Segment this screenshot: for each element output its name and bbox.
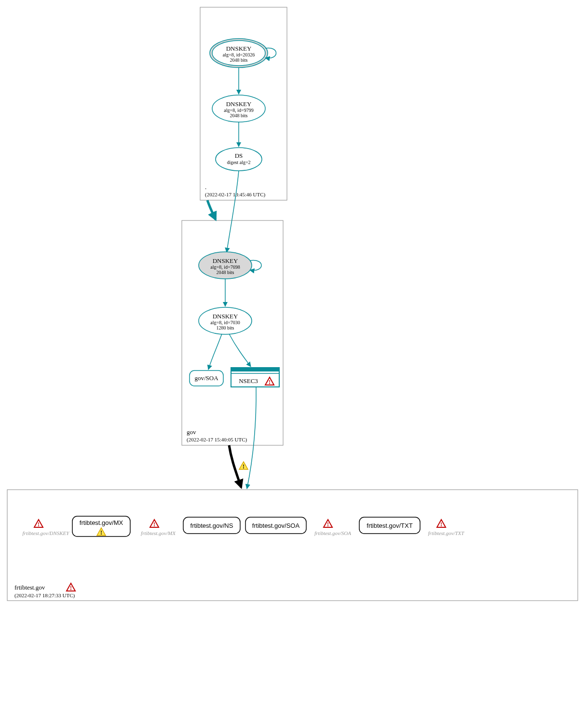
svg-text:1280 bits: 1280 bits [217,325,234,330]
svg-text:DNSKEY: DNSKEY [213,257,238,264]
svg-text:DNSKEY: DNSKEY [226,100,252,108]
svg-text:frtibtest.gov/SOA: frtibtest.gov/SOA [252,522,300,529]
svg-text:gov/SOA: gov/SOA [194,374,218,382]
record-dnskey-error: frtibtest.gov/DNSKEY [23,520,70,536]
node-root-ds: DS digest alg=2 [216,148,262,171]
zone-gov-date: (2022-02-17 15:40:05 UTC) [187,437,247,443]
error-icon [34,520,43,528]
svg-text:digest alg=2: digest alg=2 [227,160,250,165]
svg-text:2048 bits: 2048 bits [230,113,248,118]
svg-text:alg=8, id=7698: alg=8, id=7698 [210,264,240,270]
svg-text:frtibtest.gov/NS: frtibtest.gov/NS [190,522,233,529]
svg-text:alg=8, id=20326: alg=8, id=20326 [223,52,255,57]
edge-root-to-gov-deleg [207,200,216,220]
error-icon [324,520,332,528]
zone-root-name: . [205,183,206,191]
node-gov-soa: gov/SOA [190,371,223,386]
edge-ds-to-gov-ksk [227,171,239,252]
edge-gov-zsk-nsec3 [229,334,251,367]
edge-gov-to-frtibtest-deleg [229,445,241,487]
zone-frtibtest-date: (2022-02-17 18:27:33 UTC) [14,592,75,599]
svg-text:2048 bits: 2048 bits [217,270,234,275]
node-root-ksk: DNSKEY alg=8, id=20326 2048 bits [210,39,268,68]
svg-text:DNSKEY: DNSKEY [213,313,238,320]
zone-gov-name: gov [187,428,196,436]
record-txt: frtibtest.gov/TXT [359,517,420,534]
zone-frtibtest-name: frtibtest.gov [14,584,45,591]
record-txt-error: frtibtest.gov/TXT [428,520,465,536]
error-icon [150,520,159,528]
dnssec-diagram: ! ! . (2022-02-17 13:45:46 UTC) DNSKEY a… [5,5,580,723]
node-gov-nsec3: NSEC3 [231,368,279,387]
svg-text:frtibtest.gov/DNSKEY: frtibtest.gov/DNSKEY [23,530,70,536]
svg-text:frtibtest.gov/MX: frtibtest.gov/MX [141,530,176,536]
edge-nsec3-to-frtibtest [247,387,256,489]
svg-text:alg=8, id=7030: alg=8, id=7030 [210,320,240,325]
svg-rect-25 [231,368,279,371]
node-gov-ksk: DNSKEY alg=8, id=7698 2048 bits [199,252,252,279]
svg-text:frtibtest.gov/MX: frtibtest.gov/MX [80,519,123,526]
node-gov-zsk: DNSKEY alg=8, id=7030 1280 bits [199,307,252,334]
error-icon [67,583,75,591]
svg-text:NSEC3: NSEC3 [239,377,258,385]
record-soa: frtibtest.gov/SOA [245,517,306,534]
edge-gov-zsk-soa [208,334,222,370]
svg-text:frtibtest.gov/TXT: frtibtest.gov/TXT [367,522,412,529]
warning-icon [239,462,248,470]
zone-frtibtest [7,490,578,601]
svg-text:frtibtest.gov/TXT: frtibtest.gov/TXT [428,530,465,536]
error-icon [437,520,446,528]
svg-point-11 [216,148,262,171]
svg-text:DNSKEY: DNSKEY [226,45,252,52]
svg-text:DS: DS [235,152,243,159]
svg-text:alg=8, id=9799: alg=8, id=9799 [224,108,253,113]
record-soa-error: frtibtest.gov/SOA [314,520,351,536]
svg-text:frtibtest.gov/SOA: frtibtest.gov/SOA [314,530,351,536]
record-mx-error: frtibtest.gov/MX [141,520,176,536]
record-ns: frtibtest.gov/NS [183,517,240,534]
svg-text:2048 bits: 2048 bits [230,57,248,63]
node-root-zsk: DNSKEY alg=8, id=9799 2048 bits [212,95,265,122]
record-mx: frtibtest.gov/MX [72,516,130,536]
